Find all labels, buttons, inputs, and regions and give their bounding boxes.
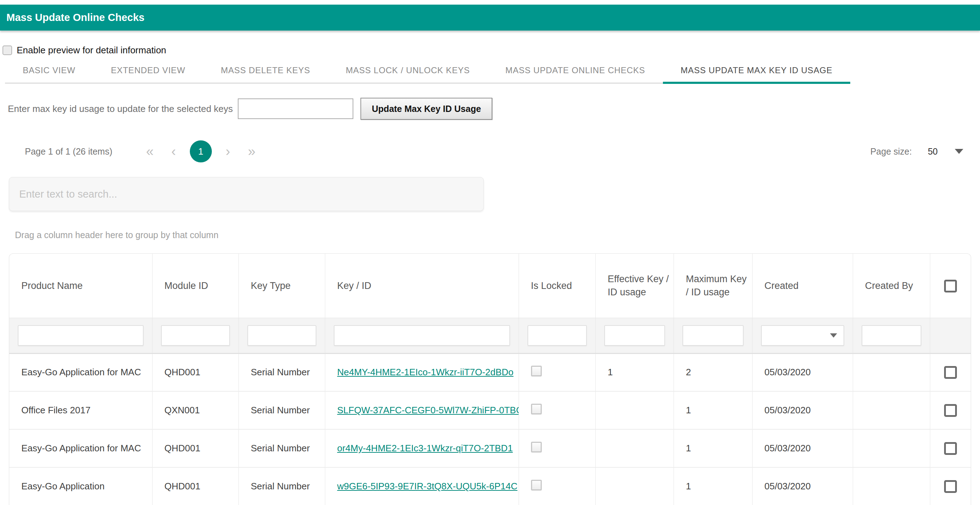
cell-key-id: or4My-4HME2-1EIc3-1Wkzr-qiT7O-2TBD1 (325, 429, 519, 467)
update-max-key-id-usage-button[interactable]: Update Max Key ID Usage (360, 98, 492, 120)
cell-created: 05/03/2020 (752, 467, 853, 505)
key-link[interactable]: or4My-4HME2-1EIc3-1Wkzr-qiT7O-2TBD1 (337, 443, 513, 453)
column-header-key-type[interactable]: Key Type (239, 254, 325, 318)
cell-key-id: w9GE6-5IP93-9E7IR-3tQ8X-UQU5k-6P14C (325, 467, 519, 505)
page-size-value[interactable]: 50 (928, 146, 938, 157)
current-page-button[interactable]: 1 (190, 140, 212, 162)
cell-select (930, 429, 971, 467)
key-link[interactable]: Ne4MY-4HME2-1EIco-1Wkzr-iiT7O-2dBDo (337, 367, 514, 377)
pagination-bar: Page 1 of 1 (26 items) « ‹ 1 › » Page si… (0, 140, 980, 162)
enable-preview-checkbox[interactable] (3, 46, 12, 55)
tab-mass-lock-unlock-keys[interactable]: MASS LOCK / UNLOCK KEYS (328, 63, 488, 83)
tab-mass-update-max-key-id-usage[interactable]: MASS UPDATE MAX KEY ID USAGE (663, 63, 850, 84)
cell-module-id: QHD001 (152, 467, 239, 505)
filter-product-name-input[interactable] (18, 325, 143, 346)
tab-extended-view[interactable]: EXTENDED VIEW (93, 63, 203, 83)
table-filter-row (9, 318, 971, 353)
cell-maximum-usage: 1 (674, 429, 752, 467)
filter-module-id-input[interactable] (161, 325, 230, 346)
tab-basic-view[interactable]: BASIC VIEW (5, 63, 93, 83)
title-bar: Mass Update Online Checks (0, 5, 980, 30)
column-header-is-locked[interactable]: Is Locked (519, 254, 595, 318)
cell-effective-usage (595, 467, 674, 505)
next-page-icon[interactable]: › (226, 145, 230, 158)
column-header-module-id[interactable]: Module ID (152, 254, 239, 318)
max-usage-toolbar: Enter max key id usage to update for the… (8, 97, 980, 120)
cell-effective-usage (595, 391, 674, 429)
row-select-checkbox[interactable] (944, 404, 957, 417)
is-locked-checkbox (531, 404, 542, 414)
filter-key-id-input[interactable] (334, 325, 510, 346)
cell-created: 05/03/2020 (752, 391, 853, 429)
cell-product-name: Office Files 2017 (9, 391, 152, 429)
row-select-checkbox[interactable] (944, 442, 957, 455)
enable-preview-label: Enable preview for detail information (17, 45, 166, 56)
preview-toggle-row: Enable preview for detail information (3, 44, 980, 56)
table-row: Easy-Go Application QHD001 Serial Number… (9, 467, 971, 505)
pager-summary: Page 1 of 1 (26 items) (25, 146, 112, 157)
filter-created-input[interactable] (761, 325, 844, 346)
row-select-checkbox[interactable] (944, 480, 957, 493)
column-header-product-name[interactable]: Product Name (9, 254, 152, 318)
first-page-icon[interactable]: « (146, 145, 154, 158)
cell-product-name: Easy-Go Application for MAC (9, 429, 152, 467)
table-row: Easy-Go Application for MAC QHD001 Seria… (9, 429, 971, 467)
cell-module-id: QHD001 (152, 353, 239, 391)
cell-created-by (853, 391, 930, 429)
max-usage-input[interactable] (238, 98, 353, 119)
last-page-icon[interactable]: » (248, 145, 255, 158)
cell-key-id: Ne4MY-4HME2-1EIco-1Wkzr-iiT7O-2dBDo (325, 353, 519, 391)
cell-select (930, 391, 971, 429)
cell-effective-usage: 1 (595, 353, 674, 391)
row-select-checkbox[interactable] (944, 366, 957, 379)
group-by-hint: Drag a column header here to group by th… (15, 230, 980, 240)
cell-is-locked (519, 467, 595, 505)
column-header-effective-usage[interactable]: Effective Key / ID usage (595, 254, 674, 318)
cell-product-name: Easy-Go Application (9, 467, 152, 505)
cell-maximum-usage: 1 (674, 467, 752, 505)
cell-module-id: QHD001 (152, 429, 239, 467)
tab-mass-update-online-checks[interactable]: MASS UPDATE ONLINE CHECKS (488, 63, 663, 83)
cell-module-id: QXN001 (152, 391, 239, 429)
column-header-maximum-usage[interactable]: Maximum Key / ID usage (674, 254, 752, 318)
filter-created-by-input[interactable] (862, 325, 921, 346)
table-header-row: Product Name Module ID Key Type Key / ID… (9, 254, 971, 318)
select-all-checkbox[interactable] (944, 279, 957, 292)
cell-is-locked (519, 353, 595, 391)
column-header-created-by[interactable]: Created By (853, 254, 930, 318)
tab-mass-delete-keys[interactable]: MASS DELETE KEYS (203, 63, 328, 83)
filter-effective-usage-input[interactable] (604, 325, 665, 346)
is-locked-checkbox (531, 366, 542, 376)
cell-key-type: Serial Number (239, 391, 325, 429)
table-row: Office Files 2017 QXN001 Serial Number S… (9, 391, 971, 429)
prev-page-icon[interactable]: ‹ (171, 145, 176, 158)
cell-created: 05/03/2020 (752, 353, 853, 391)
column-header-key-id[interactable]: Key / ID (325, 254, 519, 318)
page-size-label: Page size: (870, 146, 912, 157)
filter-is-locked-input[interactable] (528, 325, 587, 346)
cell-key-type: Serial Number (239, 467, 325, 505)
is-locked-checkbox (531, 480, 542, 491)
cell-is-locked (519, 429, 595, 467)
cell-key-type: Serial Number (239, 429, 325, 467)
cell-created-by (853, 467, 930, 505)
filter-key-type-input[interactable] (247, 325, 317, 346)
filter-maximum-usage-input[interactable] (682, 325, 744, 346)
cell-created-by (853, 429, 930, 467)
cell-maximum-usage: 1 (674, 391, 752, 429)
cell-created: 05/03/2020 (752, 429, 853, 467)
cell-maximum-usage: 2 (674, 353, 752, 391)
key-link[interactable]: SLFQW-37AFC-CEGF0-5Wl7W-ZhiFP-0TBCd (337, 405, 519, 415)
key-link[interactable]: w9GE6-5IP93-9E7IR-3tQ8X-UQU5k-6P14C (337, 481, 517, 491)
search-input[interactable] (9, 177, 484, 211)
page-size-dropdown-icon[interactable] (955, 149, 963, 154)
cell-product-name: Easy-Go Application for MAC (9, 353, 152, 391)
table-row: Easy-Go Application for MAC QHD001 Seria… (9, 353, 971, 391)
column-header-created[interactable]: Created (752, 254, 853, 318)
cell-effective-usage (595, 429, 674, 467)
cell-is-locked (519, 391, 595, 429)
cell-select (930, 467, 971, 505)
cell-select (930, 353, 971, 391)
cell-key-id: SLFQW-37AFC-CEGF0-5Wl7W-ZhiFP-0TBCd (325, 391, 519, 429)
keys-table: Product Name Module ID Key Type Key / ID… (9, 253, 971, 505)
